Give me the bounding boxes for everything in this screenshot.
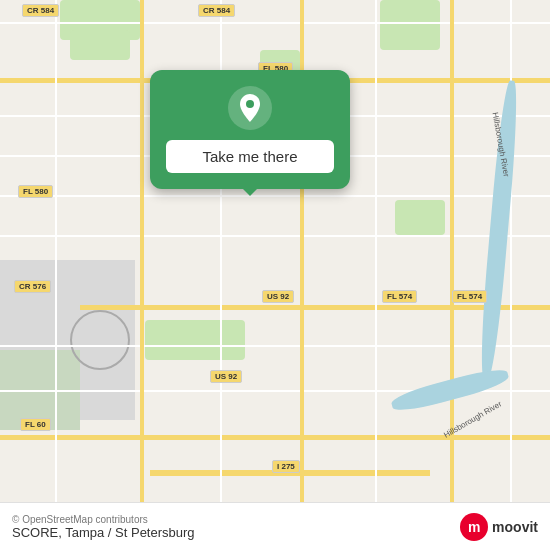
- road-h4: [0, 345, 550, 347]
- label-i275: I 275: [272, 460, 300, 473]
- green-area: [70, 30, 130, 60]
- road-fl60: [0, 435, 550, 440]
- map-attribution: © OpenStreetMap contributors: [12, 514, 195, 525]
- label-fl574-2: FL 574: [452, 290, 487, 303]
- label-fl580-left: FL 580: [18, 185, 53, 198]
- runway-circle: [70, 310, 130, 370]
- label-cr584-left: CR 584: [22, 4, 59, 17]
- road-v1: [55, 0, 57, 550]
- location-name: SCORE, Tampa / St Petersburg: [12, 525, 195, 540]
- road-v3: [375, 0, 377, 550]
- take-me-there-button[interactable]: Take me there: [166, 140, 334, 173]
- road-v-major3: [450, 0, 454, 550]
- green-area: [380, 0, 440, 50]
- label-fl574-1: FL 574: [382, 290, 417, 303]
- road-v-major1: [140, 0, 144, 550]
- green-area: [395, 200, 445, 235]
- road-h3: [0, 235, 550, 237]
- bottom-bar: © OpenStreetMap contributors SCORE, Tamp…: [0, 502, 550, 550]
- label-us92-low: US 92: [210, 370, 242, 383]
- road-cr584: [0, 22, 550, 24]
- location-popup[interactable]: Take me there: [150, 70, 350, 189]
- label-fl60: FL 60: [20, 418, 51, 431]
- bottom-left-info: © OpenStreetMap contributors SCORE, Tamp…: [12, 514, 195, 540]
- moovit-logo: m moovit: [460, 513, 538, 541]
- road-fl580-2: [0, 195, 550, 197]
- label-cr576: CR 576: [14, 280, 51, 293]
- svg-point-1: [246, 100, 254, 108]
- moovit-text: moovit: [492, 519, 538, 535]
- label-cr584-mid: CR 584: [198, 4, 235, 17]
- location-pin-icon: [228, 86, 272, 130]
- label-us92-mid: US 92: [262, 290, 294, 303]
- moovit-m-icon: m: [460, 513, 488, 541]
- map-container: Hillsborough River Hillsborough River CR…: [0, 0, 550, 550]
- green-area: [145, 320, 245, 360]
